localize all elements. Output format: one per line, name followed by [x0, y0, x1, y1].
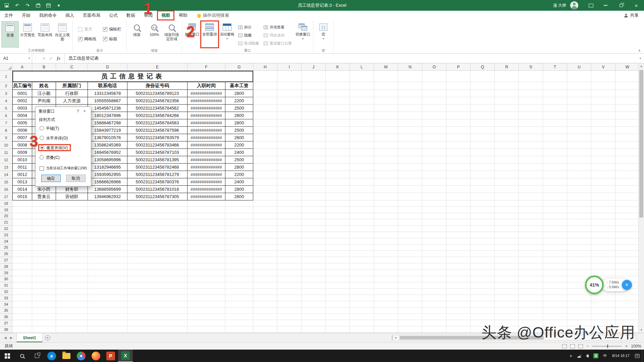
cell[interactable] — [127, 251, 187, 257]
cell[interactable] — [326, 71, 350, 82]
cell[interactable] — [374, 226, 398, 232]
cell[interactable] — [495, 308, 519, 314]
cell[interactable]: 曹美云 — [32, 193, 56, 200]
cell[interactable] — [32, 326, 56, 333]
cell[interactable] — [495, 71, 519, 82]
cell[interactable] — [350, 295, 374, 301]
cell[interactable] — [543, 295, 567, 301]
cell[interactable] — [32, 276, 56, 283]
cell[interactable] — [398, 314, 422, 320]
cell[interactable] — [519, 156, 543, 164]
cell[interactable] — [495, 314, 519, 320]
redo-icon[interactable]: ↷ — [25, 3, 30, 8]
cell[interactable] — [519, 127, 543, 134]
cell[interactable] — [495, 105, 519, 112]
ruler-checkbox[interactable]: 直尺 — [78, 26, 96, 32]
view-side-by-side-button[interactable]: 并排查看 — [263, 24, 293, 31]
cell[interactable] — [591, 257, 615, 263]
cell[interactable] — [187, 326, 225, 333]
cell[interactable] — [225, 308, 253, 314]
cell[interactable] — [350, 141, 374, 149]
action-center-icon[interactable] — [633, 350, 642, 362]
cell[interactable] — [615, 270, 638, 276]
column-header-K[interactable]: K — [326, 63, 350, 71]
cell[interactable] — [446, 156, 471, 164]
row-header-13[interactable]: 13 — [0, 164, 12, 171]
cell[interactable] — [302, 245, 326, 251]
cell[interactable]: 2200 — [225, 97, 253, 105]
cell[interactable] — [326, 119, 350, 127]
row-header-28[interactable]: 28 — [0, 263, 12, 270]
cell[interactable] — [32, 314, 56, 320]
cell[interactable] — [326, 251, 350, 257]
cell[interactable] — [471, 257, 495, 263]
cell[interactable] — [471, 320, 495, 326]
cell[interactable] — [446, 171, 471, 178]
cell[interactable]: 500231123456787305 — [127, 193, 187, 200]
cell[interactable] — [615, 314, 638, 320]
cell[interactable] — [543, 232, 567, 238]
cell[interactable] — [253, 193, 277, 200]
cell[interactable] — [326, 213, 350, 220]
cell[interactable] — [350, 326, 374, 333]
cell[interactable] — [56, 226, 88, 232]
cell[interactable] — [374, 289, 398, 295]
cell[interactable] — [422, 308, 446, 314]
cell[interactable] — [277, 186, 302, 193]
cell[interactable]: ############## — [187, 178, 225, 186]
cell[interactable] — [253, 97, 277, 105]
cell[interactable] — [446, 97, 471, 105]
cell[interactable] — [225, 263, 253, 270]
cell[interactable] — [374, 141, 398, 149]
cell[interactable] — [422, 90, 446, 97]
tab-my-commands[interactable]: 我的命令 — [35, 10, 61, 20]
cell[interactable] — [12, 320, 32, 326]
cell[interactable] — [615, 164, 638, 171]
confirm-entry-icon[interactable]: ✓ — [49, 56, 53, 61]
cell[interactable] — [56, 200, 88, 207]
cell[interactable] — [326, 156, 350, 164]
cell[interactable] — [471, 213, 495, 220]
cell[interactable] — [591, 245, 615, 251]
cell[interactable] — [471, 263, 495, 270]
sheet-nav-next-icon[interactable]: ▶ — [10, 336, 13, 340]
cell[interactable] — [302, 219, 326, 226]
cell[interactable] — [88, 251, 127, 257]
headings-checkbox[interactable]: 标题 — [103, 36, 121, 42]
cell[interactable] — [422, 134, 446, 141]
cell[interactable] — [543, 301, 567, 308]
cell[interactable]: ############## — [187, 105, 225, 112]
cell[interactable] — [374, 238, 398, 245]
cell[interactable] — [277, 178, 302, 186]
cell[interactable] — [277, 257, 302, 263]
cell[interactable] — [374, 90, 398, 97]
cell[interactable] — [519, 164, 543, 171]
cell[interactable] — [471, 226, 495, 232]
cell[interactable]: 0004 — [12, 112, 32, 119]
tray-expand-icon[interactable]: ∧ — [567, 350, 575, 362]
cell[interactable]: 500231123456787596 — [127, 127, 187, 134]
cell[interactable] — [326, 270, 350, 276]
ribbon-display-options-icon[interactable] — [584, 0, 598, 11]
cell[interactable] — [56, 326, 88, 333]
cell[interactable] — [446, 314, 471, 320]
cell[interactable] — [32, 257, 56, 263]
cell[interactable] — [398, 270, 422, 276]
cell[interactable] — [32, 308, 56, 314]
cell[interactable] — [127, 282, 187, 289]
cell[interactable] — [187, 295, 225, 301]
cell[interactable]: 0009 — [12, 149, 32, 156]
cell[interactable] — [519, 251, 543, 257]
cell[interactable] — [374, 156, 398, 164]
cell[interactable] — [12, 263, 32, 270]
cell[interactable] — [56, 295, 88, 301]
cell[interactable]: ############## — [187, 90, 225, 97]
cell[interactable] — [495, 301, 519, 308]
cell[interactable] — [446, 326, 471, 333]
cell[interactable] — [374, 320, 398, 326]
cell[interactable] — [615, 193, 638, 200]
cell[interactable]: 营销部 — [56, 193, 88, 200]
cell[interactable] — [446, 90, 471, 97]
zoom-level[interactable]: 100% — [631, 344, 641, 349]
cell[interactable]: 联系电话 — [88, 82, 127, 90]
